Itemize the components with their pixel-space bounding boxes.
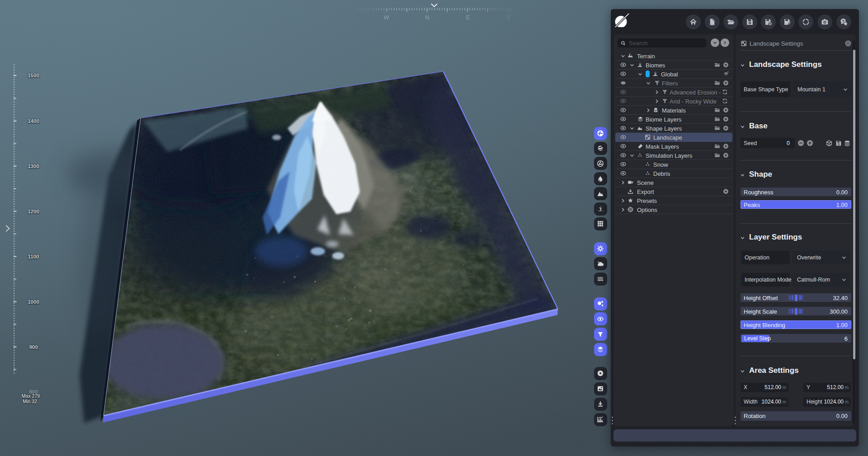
svg-text:1000: 1000 (28, 299, 39, 305)
svg-text:1500: 1500 (28, 73, 39, 78)
svg-text:1200: 1200 (28, 209, 39, 214)
svg-text:900: 900 (29, 344, 38, 350)
svg-text:Min 32: Min 32 (23, 399, 37, 404)
svg-text:1100: 1100 (28, 254, 39, 259)
svg-text:1300: 1300 (28, 164, 39, 169)
svg-text:N: N (425, 14, 429, 21)
svg-text:1400: 1400 (28, 118, 39, 124)
svg-text:Max 279: Max 279 (22, 393, 40, 399)
svg-text:E: E (466, 14, 470, 21)
svg-text:S: S (507, 14, 511, 21)
svg-text:W: W (384, 14, 390, 21)
